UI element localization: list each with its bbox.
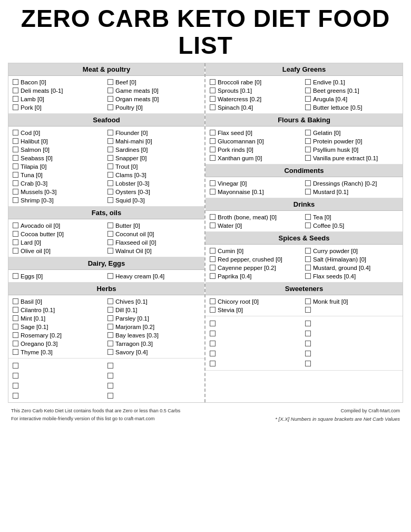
list-item[interactable]: Cayenne pepper [0.2] xyxy=(209,264,304,272)
blank-checkbox[interactable] xyxy=(107,383,113,389)
checkbox[interactable] xyxy=(107,223,113,228)
list-item[interactable]: Oregano [0.3] xyxy=(12,340,106,347)
checkbox[interactable] xyxy=(210,189,216,195)
checkbox[interactable] xyxy=(210,248,216,254)
list-item[interactable]: Parsley [0.1] xyxy=(106,314,201,322)
checkbox[interactable] xyxy=(107,104,113,110)
checkbox[interactable] xyxy=(210,88,216,93)
checkbox[interactable] xyxy=(210,223,216,228)
checkbox[interactable] xyxy=(107,239,113,245)
list-item[interactable]: Spinach [0.4] xyxy=(209,103,304,111)
checkbox[interactable] xyxy=(210,256,216,262)
list-item[interactable]: Savory [0.4] xyxy=(106,348,201,356)
checkbox[interactable] xyxy=(210,273,216,279)
list-item[interactable]: Coconut oil [0] xyxy=(106,230,201,238)
checkbox[interactable] xyxy=(107,332,113,338)
blank-checkbox[interactable] xyxy=(305,341,311,346)
checkbox[interactable] xyxy=(107,248,113,254)
list-item[interactable]: Cod [0] xyxy=(12,129,106,137)
list-item[interactable]: Curry powder [0] xyxy=(304,247,399,255)
list-item[interactable]: Water [0] xyxy=(209,221,304,229)
checkbox[interactable] xyxy=(210,104,216,110)
list-item[interactable]: Game meats [0] xyxy=(106,86,201,94)
list-item[interactable]: Cocoa butter [0] xyxy=(12,230,106,238)
list-item[interactable]: Watercress [0.2] xyxy=(209,95,304,103)
list-item[interactable]: Marjoram [0.2] xyxy=(106,323,201,331)
list-item[interactable]: Salt (Himalayan) [0] xyxy=(304,255,399,263)
blank-checkbox[interactable] xyxy=(210,361,216,366)
checkbox[interactable] xyxy=(13,189,18,195)
checkbox[interactable] xyxy=(13,88,18,93)
list-item[interactable]: Mint [0.1] xyxy=(12,314,106,322)
blank-checkbox[interactable] xyxy=(305,331,311,336)
list-item[interactable]: Monk fruit [0] xyxy=(304,297,399,305)
list-item[interactable]: Halibut [0] xyxy=(12,137,106,145)
list-item[interactable]: Coffee [0.5] xyxy=(304,221,399,229)
checkbox[interactable] xyxy=(210,298,216,304)
checkbox[interactable] xyxy=(305,88,311,93)
checkbox[interactable] xyxy=(305,223,311,228)
blank-checkbox[interactable] xyxy=(305,321,311,326)
checkbox[interactable] xyxy=(107,130,113,136)
checkbox[interactable] xyxy=(13,104,18,110)
list-item[interactable]: Flounder [0] xyxy=(106,129,201,137)
list-item[interactable]: Crab [0-3] xyxy=(12,179,106,187)
list-item[interactable]: Endive [0.1] xyxy=(304,78,399,86)
list-item[interactable]: Flaxseed oil [0] xyxy=(106,238,201,246)
list-item[interactable]: Thyme [0.3] xyxy=(12,348,106,356)
checkbox[interactable] xyxy=(13,180,18,186)
checkbox[interactable] xyxy=(13,130,18,136)
checkbox[interactable] xyxy=(210,214,216,220)
checkbox[interactable] xyxy=(210,96,216,102)
list-item[interactable]: Olive oil [0] xyxy=(12,247,106,255)
list-item[interactable]: Chives [0.1] xyxy=(106,297,201,305)
list-item[interactable]: Clams [0-3] xyxy=(106,171,201,179)
checkbox[interactable] xyxy=(13,231,18,237)
checkbox[interactable] xyxy=(107,88,113,93)
list-item[interactable]: Dressings (Ranch) [0-2] xyxy=(304,179,399,187)
checkbox[interactable] xyxy=(210,307,216,313)
list-item[interactable]: Dill [0.1] xyxy=(106,306,201,314)
list-item[interactable]: Sprouts [0.1] xyxy=(209,86,304,94)
list-item[interactable]: Red pepper, crushed [0] xyxy=(209,255,304,263)
list-item[interactable]: Beet greens [0.1] xyxy=(304,86,399,94)
checkbox[interactable] xyxy=(107,147,113,152)
checkbox[interactable] xyxy=(13,96,18,102)
list-item[interactable]: Tilapia [0] xyxy=(12,162,106,170)
list-item[interactable]: Bay leaves [0.3] xyxy=(106,331,201,339)
list-item[interactable]: Glucomannan [0] xyxy=(209,137,304,145)
list-item[interactable]: Psyllium husk [0] xyxy=(304,146,399,153)
checkbox[interactable] xyxy=(305,104,311,110)
checkbox[interactable] xyxy=(210,265,216,270)
checkbox[interactable] xyxy=(210,130,216,136)
list-item[interactable]: Avocado oil [0] xyxy=(12,221,106,229)
list-item[interactable]: Pork rinds [0] xyxy=(209,146,304,153)
list-item[interactable]: Bacon [0] xyxy=(12,78,106,86)
list-item[interactable]: Sage [0.1] xyxy=(12,323,106,331)
list-item[interactable]: Arugula [0.4] xyxy=(304,95,399,103)
checkbox[interactable] xyxy=(305,189,311,195)
checkbox[interactable] xyxy=(13,138,18,144)
blank-checkbox[interactable] xyxy=(305,351,311,356)
blank-checkbox[interactable] xyxy=(210,351,216,356)
checkbox[interactable] xyxy=(305,138,311,144)
checkbox[interactable] xyxy=(13,197,18,203)
list-item[interactable]: Seabass [0] xyxy=(12,154,106,162)
checkbox[interactable] xyxy=(13,155,18,161)
checkbox[interactable] xyxy=(305,273,311,279)
checkbox[interactable] xyxy=(107,298,113,304)
blank-checkbox[interactable] xyxy=(13,383,18,389)
list-item[interactable]: Sardines [0] xyxy=(106,146,201,153)
checkbox[interactable] xyxy=(305,147,311,152)
list-item[interactable]: Lobster [0-3] xyxy=(106,179,201,187)
list-item[interactable]: Oysters [0-3] xyxy=(106,188,201,196)
list-item[interactable]: Vinegar [0] xyxy=(209,179,304,187)
list-item[interactable]: Tarragon [0.3] xyxy=(106,340,201,347)
checkbox[interactable] xyxy=(107,96,113,102)
checkbox[interactable] xyxy=(305,79,311,85)
list-item[interactable]: Tea [0] xyxy=(304,213,399,221)
blank-checkbox[interactable] xyxy=(13,363,18,369)
checkbox[interactable] xyxy=(107,315,113,321)
blank-checkbox[interactable] xyxy=(210,331,216,336)
checkbox[interactable] xyxy=(107,231,113,237)
